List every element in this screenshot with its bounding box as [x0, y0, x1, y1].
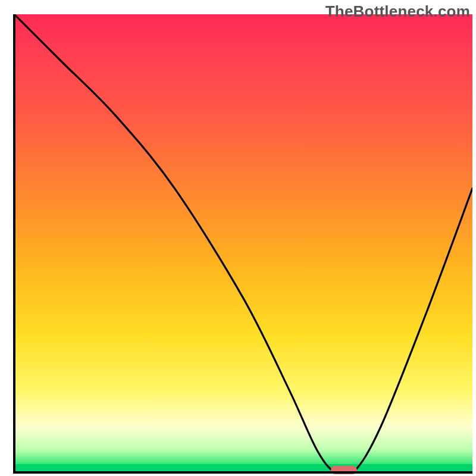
plot-area — [14, 14, 472, 472]
y-axis — [13, 14, 15, 472]
watermark-text: TheBottleneck.com — [325, 2, 470, 21]
x-axis — [13, 471, 472, 474]
chart-container: TheBottleneck.com — [0, 0, 476, 476]
bottleneck-curve — [14, 14, 472, 472]
